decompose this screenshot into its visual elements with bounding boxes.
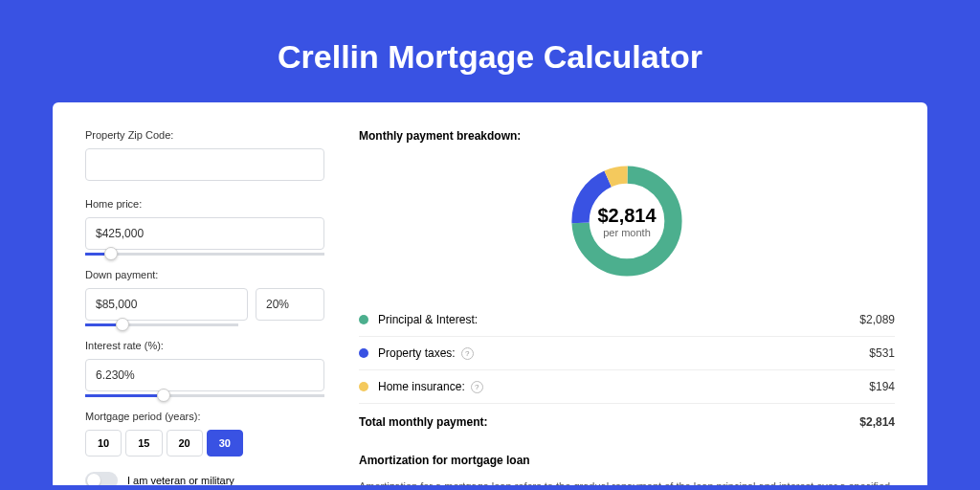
legend-taxes-label: Property taxes: — [378, 346, 456, 360]
down-input[interactable] — [85, 288, 248, 321]
down-slider-thumb[interactable] — [116, 318, 129, 331]
dot-insurance — [359, 382, 368, 391]
amortization-title: Amortization for mortgage loan — [359, 454, 895, 467]
price-input[interactable] — [85, 217, 324, 250]
results-panel: Monthly payment breakdown: $2,814 per mo… — [359, 129, 895, 485]
total-value: $2,814 — [859, 415, 895, 429]
total-label: Total monthly payment: — [359, 415, 487, 429]
donut-chart: $2,814 per month — [359, 160, 895, 282]
legend-principal-label: Principal & Interest: — [378, 313, 478, 326]
period-20[interactable]: 20 — [167, 430, 203, 457]
info-icon[interactable]: ? — [461, 347, 474, 360]
donut-sub: per month — [597, 227, 656, 238]
total-row: Total monthly payment: $2,814 — [359, 404, 895, 446]
legend-principal: Principal & Interest: $2,089 — [359, 303, 895, 337]
price-slider-thumb[interactable] — [104, 247, 118, 260]
donut-value: $2,814 — [597, 205, 656, 227]
rate-slider-thumb[interactable] — [157, 389, 170, 402]
amortization-text: Amortization for a mortgage loan refers … — [359, 479, 895, 485]
zip-input[interactable] — [85, 148, 324, 181]
legend-insurance: Home insurance: ? $194 — [359, 370, 895, 404]
veteran-toggle[interactable] — [85, 472, 118, 485]
zip-label: Property Zip Code: — [85, 129, 324, 141]
period-15[interactable]: 15 — [125, 430, 162, 457]
veteran-label: I am veteran or military — [127, 475, 234, 485]
period-10[interactable]: 10 — [85, 430, 122, 457]
price-slider[interactable] — [85, 253, 324, 256]
rate-slider[interactable] — [85, 394, 324, 397]
form-panel: Property Zip Code: Home price: Down paym… — [85, 129, 324, 485]
legend-taxes-value: $531 — [869, 346, 895, 360]
rate-input[interactable] — [85, 359, 324, 391]
price-label: Home price: — [85, 198, 324, 210]
page-title: Crellin Mortgage Calculator — [53, 38, 927, 76]
down-label: Down payment: — [85, 269, 324, 280]
legend-insurance-value: $194 — [869, 380, 895, 393]
info-icon[interactable]: ? — [471, 381, 483, 393]
dot-principal — [359, 315, 368, 324]
calculator-card: Property Zip Code: Home price: Down paym… — [53, 102, 927, 485]
rate-label: Interest rate (%): — [85, 340, 324, 351]
period-30[interactable]: 30 — [207, 430, 243, 457]
breakdown-title: Monthly payment breakdown: — [359, 129, 895, 143]
legend-insurance-label: Home insurance: — [378, 380, 465, 393]
dot-taxes — [359, 348, 368, 358]
period-options: 10 15 20 30 — [85, 430, 324, 457]
toggle-knob — [87, 474, 100, 485]
down-pct-input[interactable] — [256, 288, 324, 321]
down-slider[interactable] — [85, 323, 238, 326]
legend-principal-value: $2,089 — [859, 313, 895, 326]
period-label: Mortgage period (years): — [85, 411, 324, 422]
legend-taxes: Property taxes: ? $531 — [359, 337, 895, 370]
